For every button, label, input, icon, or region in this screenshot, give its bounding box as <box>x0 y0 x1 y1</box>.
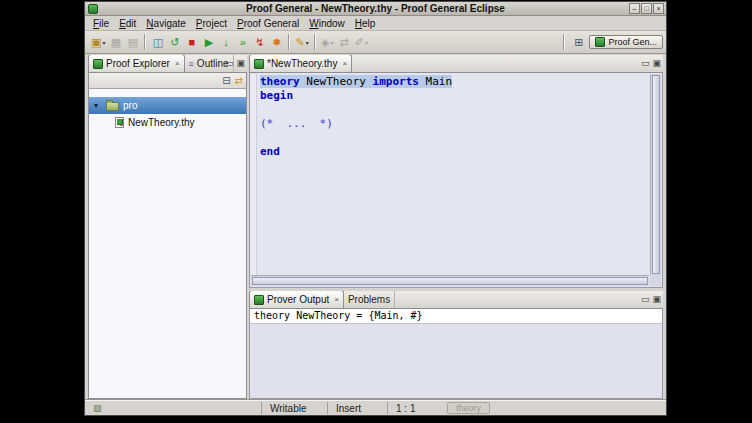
goto-button[interactable]: » <box>234 33 251 51</box>
extra-icon-1: ◈ <box>321 34 329 50</box>
maximize-view-icon[interactable]: ▣ <box>652 294 661 304</box>
extra-button-1[interactable]: ◈ ▾ <box>319 33 336 51</box>
project-tree[interactable]: ▾ pro NewTheory.thy <box>88 89 247 399</box>
play-icon: ▶ <box>205 34 213 50</box>
toolbar-separator <box>144 34 146 50</box>
dropdown-icon: ▾ <box>330 39 333 46</box>
prover-state-button[interactable]: theory <box>447 402 490 414</box>
explorer-toolbar: ⊟ ⇄ <box>88 73 247 89</box>
goto-icon: » <box>240 34 246 50</box>
show-output-button[interactable]: ◫ <box>149 33 166 51</box>
minimize-view-icon[interactable]: ▭ <box>225 58 234 68</box>
tree-item-project[interactable]: ▾ pro <box>89 97 246 114</box>
proof-general-icon <box>595 37 605 47</box>
menu-navigate[interactable]: Navigate <box>141 17 190 30</box>
start-prover-button[interactable]: ▶ <box>200 33 217 51</box>
status-writable: Writable <box>261 402 327 414</box>
trim-stack-icon[interactable]: ▨ <box>93 403 102 413</box>
code-area[interactable]: theory NewTheory imports Main begin (* .… <box>260 75 648 159</box>
print-icon: ▤ <box>128 34 138 50</box>
tab-prover-output[interactable]: Prover Output × <box>249 291 344 308</box>
minimize-view-icon[interactable]: ▭ <box>641 58 650 68</box>
keyword: begin <box>260 89 293 102</box>
code-line <box>260 131 648 145</box>
menu-file[interactable]: File <box>88 17 114 30</box>
minimize-view-icon[interactable]: ▭ <box>641 294 650 304</box>
save-icon: ▦ <box>111 34 121 50</box>
scrollbar-thumb[interactable] <box>252 277 648 285</box>
save-button[interactable]: ▦ <box>107 33 124 51</box>
lightning-icon: ↯ <box>255 34 264 50</box>
tree-item-file[interactable]: NewTheory.thy <box>89 114 246 131</box>
marker-icon: ✎ <box>295 34 304 50</box>
scrollbar-thumb[interactable] <box>652 75 660 274</box>
restart-icon: ✹ <box>272 34 281 50</box>
perspective-proof-general-button[interactable]: Proof Gen... <box>589 35 663 49</box>
undo-all-button[interactable]: ↺ <box>166 33 183 51</box>
view-controls: ▭ ▣ <box>641 58 661 68</box>
maximize-view-icon[interactable]: ▣ <box>236 58 245 68</box>
tab-problems[interactable]: Problems <box>344 291 395 308</box>
console-tab-row: Prover Output × Problems ▭ ▣ <box>249 291 663 309</box>
code-line: end <box>260 145 648 159</box>
menubar: File Edit Navigate Project Proof General… <box>85 16 666 31</box>
window-title: Proof General - NewTheory.thy - Proof Ge… <box>85 2 666 15</box>
extra-button-2[interactable]: ⇄ <box>336 33 353 51</box>
extra-button-3[interactable]: ✐ ▾ <box>353 33 370 51</box>
restart-button[interactable]: ✹ <box>268 33 285 51</box>
interrupt-button[interactable]: ↯ <box>251 33 268 51</box>
marker-button[interactable]: ✎ ▾ <box>293 33 310 51</box>
dropdown-icon[interactable]: ▾ <box>102 39 105 46</box>
next-step-button[interactable]: ↓ <box>217 33 234 51</box>
tab-label: Prover Output <box>267 294 329 305</box>
new-wizard-button[interactable]: ▣ ▾ <box>89 33 107 51</box>
tab-label: Outline <box>197 58 229 69</box>
theory-editor-icon <box>254 59 264 69</box>
menu-help[interactable]: Help <box>350 17 381 30</box>
close-icon[interactable]: × <box>334 295 339 304</box>
show-output-icon: ◫ <box>153 34 163 50</box>
proof-explorer-icon <box>93 59 103 69</box>
annotation-ruler <box>251 74 257 275</box>
collapse-all-button[interactable]: ⊟ <box>222 74 230 88</box>
link-with-editor-button[interactable]: ⇄ <box>235 74 243 88</box>
prover-output-body[interactable]: theory NewTheory = {Main, #} <box>249 309 663 399</box>
dropdown-icon[interactable]: ▾ <box>306 39 309 46</box>
scrollbar-corner <box>650 275 661 286</box>
expander-icon[interactable]: ▾ <box>94 101 102 110</box>
console-area: Prover Output × Problems ▭ ▣ theory NewT… <box>249 291 663 399</box>
maximize-view-icon[interactable]: ▣ <box>652 58 661 68</box>
window-minimize-button[interactable]: – <box>629 3 640 14</box>
keyword: imports <box>373 75 419 88</box>
editor-tab-row: *NewTheory.thy × ▭ ▣ <box>249 55 663 73</box>
close-icon[interactable]: × <box>175 59 180 68</box>
statusbar: ▨ Writable Insert 1 : 1 theory <box>85 400 666 415</box>
stop-prover-button[interactable]: ■ <box>183 33 200 51</box>
print-button[interactable]: ▤ <box>124 33 141 51</box>
editor-vertical-scrollbar[interactable] <box>650 74 661 275</box>
tab-proof-explorer[interactable]: Proof Explorer × <box>88 55 185 72</box>
keyword: theory <box>260 75 300 88</box>
view-controls: ▭ ▣ <box>641 294 661 304</box>
menu-edit[interactable]: Edit <box>114 17 141 30</box>
toolbar-separator <box>288 34 290 50</box>
code-line: (* ... *) <box>260 117 648 131</box>
status-insert-mode: Insert <box>327 402 387 414</box>
menu-window[interactable]: Window <box>304 17 350 30</box>
close-icon[interactable]: × <box>342 59 347 68</box>
processed-region-highlight: theory NewTheory imports Main <box>260 75 452 88</box>
open-perspective-button[interactable]: ⊞ <box>570 33 587 51</box>
titlebar[interactable]: Proof General - NewTheory.thy - Proof Ge… <box>85 2 666 16</box>
editor-horizontal-scrollbar[interactable] <box>251 275 649 286</box>
window-close-button[interactable]: × <box>653 3 664 14</box>
tab-newtheory-editor[interactable]: *NewTheory.thy × <box>249 55 352 72</box>
menu-proof-general[interactable]: Proof General <box>232 17 304 30</box>
toolbar-separator <box>314 34 316 50</box>
toolbar-separator <box>563 34 565 50</box>
menu-project[interactable]: Project <box>191 17 232 30</box>
window-maximize-button[interactable]: □ <box>641 3 652 14</box>
workbench: Proof Explorer × ≡ Outline ▭ ▣ ⊟ ⇄ ▾ <box>85 55 666 400</box>
perspective-label: Proof Gen... <box>608 37 657 47</box>
outline-icon: ≡ <box>189 59 194 69</box>
editor-body[interactable]: theory NewTheory imports Main begin (* .… <box>249 73 663 288</box>
